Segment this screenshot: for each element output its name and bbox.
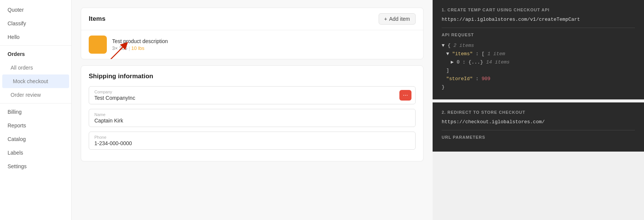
phone-field-group: Phone 1-234-000-0000 [89, 132, 416, 150]
code-line-2: ▼ "items" : [ 1 item [446, 50, 635, 58]
api-card-1: 1. CREATE TEMP CART USING CHECKOUT API h… [433, 0, 644, 99]
expand-icon-2[interactable]: ▼ [446, 51, 449, 57]
name-field-group: Name Captain Kirk [89, 109, 416, 127]
api-card-2: 2. REDIRECT TO STORE CHECKOUT https://ch… [433, 102, 644, 152]
api-card-1-title: 1. CREATE TEMP CART USING CHECKOUT API [442, 8, 635, 12]
shipping-card: Shipping information Company Test Compan… [81, 65, 424, 161]
company-field-group: Company Test CompanyInc ··· [89, 86, 416, 104]
expand-icon-3[interactable]: ▶ [451, 59, 454, 65]
url-params-label: URL PARAMETERS [442, 135, 635, 139]
sidebar-item-mock-checkout[interactable]: Mock checkout [2, 74, 69, 88]
company-action-button[interactable]: ··· [399, 90, 411, 101]
divider [0, 103, 71, 104]
sidebar-item-settings[interactable]: Settings [0, 160, 71, 173]
product-meta: 3× 205 | 10 lbs [112, 45, 416, 51]
code-line-3: ▶ 0 : {...} 14 items [451, 58, 635, 67]
add-item-label: Add item [389, 16, 410, 22]
add-item-button[interactable]: + Add item [379, 13, 416, 25]
api-card-1-url: https://api.iglobalstores.com/v1/createT… [442, 17, 635, 22]
plus-icon: + [384, 16, 387, 22]
sidebar-item-hello[interactable]: Hello [0, 30, 71, 44]
api-divider-2 [442, 130, 635, 130]
phone-label: Phone [94, 135, 410, 139]
sidebar-item-billing[interactable]: Billing [0, 105, 71, 119]
code-line-5: "storeId" : 909 [446, 75, 635, 83]
phone-value: 1-234-000-0000 [94, 140, 410, 146]
sidebar: Quoter Classify Hello Orders All orders … [0, 0, 72, 220]
api-card-2-url: https://checkout.iglobalstores.com/ [442, 119, 635, 125]
dots-icon: ··· [403, 92, 408, 99]
company-label: Company [94, 90, 396, 94]
product-thumbnail [89, 36, 107, 54]
product-info: Test product description 3× 205 | 10 lbs [112, 38, 416, 51]
api-card-2-title: 2. REDIRECT TO STORE CHECKOUT [442, 110, 635, 115]
name-value: Captain Kirk [94, 118, 410, 124]
right-panel: 1. CREATE TEMP CART USING CHECKOUT API h… [433, 0, 644, 220]
code-line-1: ▼ { 2 items [442, 42, 635, 50]
sidebar-item-classify[interactable]: Classify [0, 17, 71, 30]
sidebar-item-quoter[interactable]: Quoter [0, 3, 71, 17]
sidebar-item-reports[interactable]: Reports [0, 119, 71, 132]
product-name: Test product description [112, 38, 416, 44]
phone-field: Phone 1-234-000-0000 [89, 132, 416, 150]
items-header: Items + Add item [81, 8, 423, 30]
company-field: Company Test CompanyInc ··· [89, 86, 416, 104]
sidebar-item-orders[interactable]: Orders [0, 47, 71, 61]
items-title: Items [89, 15, 105, 23]
items-card: Items + Add item Test product descriptio… [81, 8, 424, 59]
shipping-title: Shipping information [89, 73, 416, 80]
sidebar-item-order-review[interactable]: Order review [0, 88, 71, 102]
sidebar-item-all-orders[interactable]: All orders [0, 61, 71, 74]
name-field: Name Captain Kirk [89, 109, 416, 127]
name-label: Name [94, 112, 410, 117]
expand-icon-1[interactable]: ▼ [442, 43, 445, 48]
product-row: Test product description 3× 205 | 10 lbs [81, 30, 423, 59]
api-request-label: API REQUEST [442, 33, 635, 37]
sidebar-item-labels[interactable]: Labels [0, 146, 71, 160]
divider [0, 45, 71, 46]
company-value: Test CompanyInc [94, 95, 396, 101]
code-line-6: } [442, 83, 635, 91]
product-weight: 10 lbs [131, 45, 145, 51]
code-block: ▼ { 2 items ▼ "items" : [ 1 item ▶ 0 : {… [442, 42, 635, 92]
code-line-4: ] [446, 67, 635, 75]
main-content: Items + Add item Test product descriptio… [72, 0, 433, 220]
api-divider [442, 28, 635, 28]
sidebar-item-catalog[interactable]: Catalog [0, 132, 71, 146]
